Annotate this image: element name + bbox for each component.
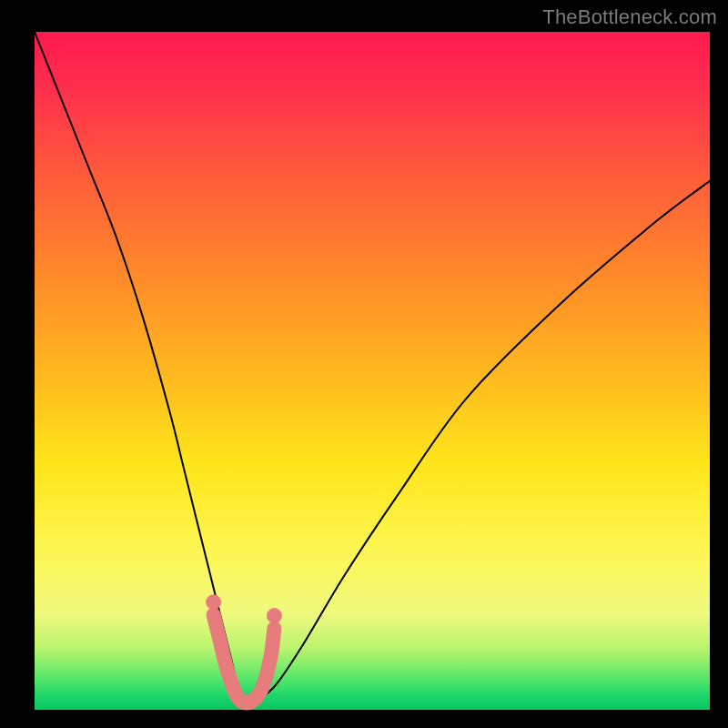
chart-canvas: TheBottleneck.com [0, 0, 728, 728]
plot-area [35, 32, 710, 710]
bottleneck-curve [35, 32, 710, 703]
watermark-text: TheBottleneck.com [542, 5, 717, 29]
curve-layer [35, 32, 710, 710]
marker-group [207, 595, 282, 703]
marker-dot-0 [207, 595, 221, 610]
marker-dot-1 [267, 609, 281, 623]
marker-u-path [214, 615, 275, 703]
